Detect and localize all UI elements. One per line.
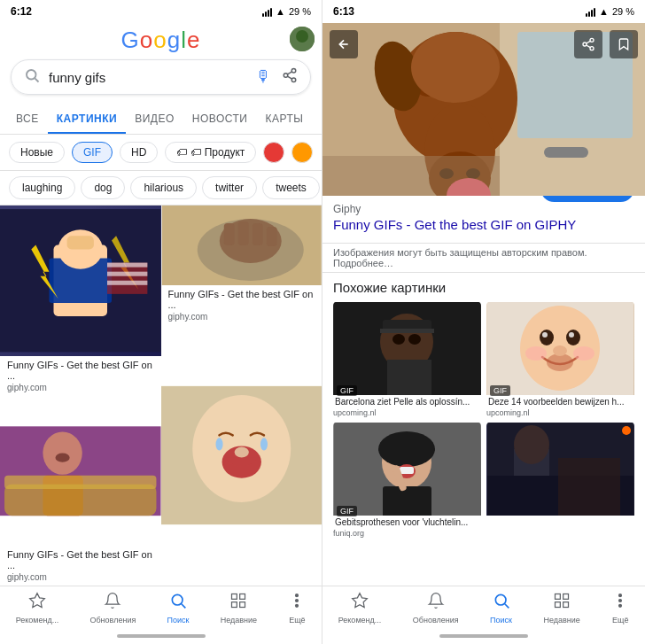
search-bar[interactable]: funny gifs 🎙 <box>11 59 311 95</box>
filter-new[interactable]: Новые <box>9 142 65 163</box>
svg-point-88 <box>553 345 567 356</box>
tag-hilarious[interactable]: hilarious <box>130 176 197 199</box>
right-panel: 6:13 ▲ 29 % <box>322 0 645 644</box>
main-image <box>322 23 645 196</box>
time-left: 6:12 <box>11 5 32 18</box>
tab-video[interactable]: ВИДЕО <box>126 105 183 134</box>
signal-icon <box>262 6 272 17</box>
site-title[interactable]: Funny GIFs - Get the best GIF on GIPHY <box>333 217 634 232</box>
similar-title: Похожие картинки <box>333 280 634 295</box>
tab-news[interactable]: НОВОСТИ <box>183 105 257 134</box>
similar-item-2[interactable]: GIF Deze 14 voorbeelden bewijzen h... up… <box>486 302 634 417</box>
bookmark-button[interactable] <box>610 30 638 58</box>
svg-rect-32 <box>266 227 276 246</box>
similar-item-1[interactable]: GIF Barcelona ziet Pelle als oplossín...… <box>333 302 481 417</box>
status-icons-left: ▲ 29 % <box>262 6 311 17</box>
nav-more-left[interactable]: Ещё <box>288 592 306 625</box>
similar-caption-3: Gebitsprothesen voor 'vluchtelin... funi… <box>333 516 481 538</box>
tag-dog[interactable]: dog <box>81 176 125 199</box>
image-laughing-woman[interactable] <box>0 396 161 547</box>
tab-all[interactable]: ВСЕ <box>7 105 48 134</box>
tab-maps[interactable]: КАРТЫ <box>256 105 312 134</box>
svg-point-40 <box>172 594 183 605</box>
nav-recommend-left[interactable]: Рекоменд... <box>16 592 59 625</box>
svg-point-48 <box>296 605 299 608</box>
color-red-chip[interactable] <box>263 142 284 163</box>
similar-grid: GIF Barcelona ziet Pelle als oplossín...… <box>333 302 634 538</box>
nav-label-updates-left: Обновления <box>89 616 136 625</box>
svg-point-47 <box>296 600 299 602</box>
svg-rect-100 <box>558 458 620 516</box>
avatar[interactable] <box>290 27 315 51</box>
left-panel: 6:12 ▲ 29 % G o o g l e <box>0 0 322 644</box>
similar-caption-2: Deze 14 voorbeelden bewijzen h... upcomi… <box>486 395 634 417</box>
nav-recommend-right[interactable]: Рекоменд... <box>338 592 382 625</box>
similar-section: Похожие картинки <box>322 273 645 541</box>
home-bar-right <box>439 634 528 638</box>
similar-item-3[interactable]: GIF Gebitsprothesen voor 'vluchtelin... … <box>333 423 481 538</box>
nav-label-more-right: Ещё <box>612 616 628 625</box>
tag-tweets[interactable]: tweets <box>262 176 320 199</box>
svg-point-46 <box>296 594 299 597</box>
filter-product[interactable]: 🏷 🏷 Продукт <box>165 142 256 163</box>
image-fist[interactable] <box>161 206 322 285</box>
similar-item-4[interactable] <box>486 423 634 538</box>
battery-right: 29 % <box>612 6 634 17</box>
svg-point-69 <box>590 47 594 50</box>
svg-point-84 <box>569 332 574 338</box>
updates-icon-right <box>427 592 445 614</box>
similar-caption-1: Barcelona ziet Pelle als oplossín... upc… <box>333 395 481 417</box>
svg-point-1 <box>296 30 308 43</box>
visit-button[interactable]: 🌐 Перейти <box>540 196 634 202</box>
google-logo: G o o g l e <box>121 27 201 54</box>
svg-point-67 <box>590 38 594 42</box>
nav-recent-left[interactable]: Недавние <box>221 592 257 625</box>
images-grid: Funny GIFs - Get the best GIF on ... gip… <box>0 206 322 586</box>
tag-twitter[interactable]: twitter <box>202 176 257 199</box>
nav-updates-left[interactable]: Обновления <box>89 592 136 625</box>
image-trump[interactable] <box>0 206 161 356</box>
svg-point-98 <box>514 425 549 464</box>
gif-badge-3: GIF <box>337 506 357 516</box>
svg-rect-23 <box>4 484 156 515</box>
nav-search-left[interactable]: Поиск <box>167 592 190 625</box>
gif-badge-2: GIF <box>490 385 510 396</box>
filter-hd[interactable]: HD <box>120 142 158 163</box>
tab-images[interactable]: КАРТИНКИ <box>48 105 126 134</box>
svg-rect-105 <box>563 594 569 600</box>
color-orange-chip[interactable] <box>291 142 313 163</box>
nav-more-right[interactable]: Ещё <box>611 592 629 625</box>
search-nav-icon-right <box>493 592 510 614</box>
svg-point-6 <box>291 78 296 82</box>
nav-updates-right[interactable]: Обновления <box>413 592 459 625</box>
svg-line-70 <box>587 45 591 48</box>
site-info: 🌐 Перейти Giphy Funny GIFs - Get the bes… <box>322 196 645 244</box>
share-button[interactable] <box>574 30 602 58</box>
tag-laughing[interactable]: laughing <box>9 176 75 199</box>
svg-marker-39 <box>30 594 45 608</box>
svg-point-102 <box>495 594 506 605</box>
svg-line-3 <box>35 78 38 81</box>
svg-point-109 <box>619 600 622 602</box>
tabs-bar: ВСЕ КАРТИНКИ ВИДЕО НОВОСТИ КАРТЫ <box>0 105 322 135</box>
bottom-nav-left: Рекоменд... Обновления Поиск <box>0 586 322 628</box>
back-button[interactable] <box>330 30 358 58</box>
svg-rect-76 <box>387 360 431 395</box>
svg-point-37 <box>260 438 267 450</box>
col-right: Funny GIFs - Get the best GIF on ... gip… <box>161 206 322 586</box>
image-crying-baby[interactable] <box>161 325 322 586</box>
search-actions: 🎙 <box>255 67 298 87</box>
nav-search-right[interactable]: Поиск <box>490 592 512 625</box>
recommend-icon-right <box>351 592 369 614</box>
col-left: Funny GIFs - Get the best GIF on ... gip… <box>0 206 161 586</box>
microphone-icon[interactable]: 🎙 <box>255 67 271 87</box>
svg-point-82 <box>566 330 580 345</box>
svg-rect-106 <box>556 602 561 608</box>
img-caption-1: Funny GIFs - Get the best GIF on ... gip… <box>0 356 161 396</box>
logo-g2: g <box>167 27 181 54</box>
nav-label-more-left: Ещё <box>289 616 305 625</box>
share-icon[interactable] <box>282 67 298 87</box>
nav-recent-right[interactable]: Недавние <box>543 592 579 625</box>
filter-gif[interactable]: GIF <box>72 142 113 163</box>
search-icon <box>24 67 40 87</box>
